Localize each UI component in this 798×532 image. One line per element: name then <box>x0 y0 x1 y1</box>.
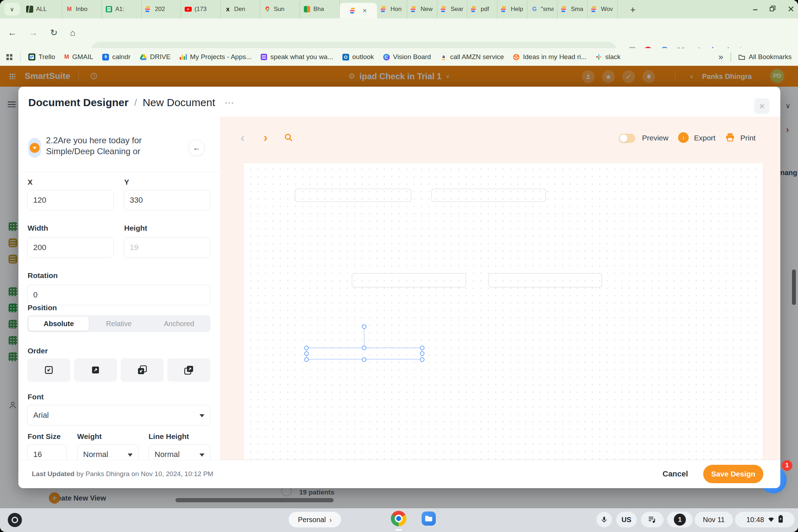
new-tab-button[interactable]: + <box>627 4 639 16</box>
bookmark-item[interactable]: DRIVE <box>140 53 170 61</box>
back-icon[interactable]: ← <box>8 28 17 38</box>
position-option-anchored[interactable]: Anchored <box>149 317 209 331</box>
notification-counter[interactable]: 1 <box>667 512 693 527</box>
more-options-icon[interactable]: ⋯ <box>224 97 234 109</box>
bookmark-item[interactable]: MGMAIL <box>64 53 93 61</box>
bookmark-item[interactable]: CVision Board <box>383 53 431 61</box>
keyboard-layout-chip[interactable]: US <box>616 512 637 527</box>
resize-handle[interactable] <box>420 357 424 362</box>
resize-handle[interactable] <box>304 357 309 362</box>
rotation-handle[interactable] <box>362 324 366 329</box>
browser-tab[interactable]: New <box>407 0 437 18</box>
bookmark-item[interactable]: Ideas in my Head ri... <box>513 53 586 61</box>
document-page[interactable] <box>243 163 763 460</box>
date-chip[interactable]: Nov 11 <box>695 512 733 527</box>
files-app-icon[interactable] <box>422 511 436 526</box>
width-input[interactable] <box>27 237 114 258</box>
apps-grid-icon[interactable] <box>6 54 12 60</box>
chrome-app-icon[interactable] <box>391 511 406 526</box>
bookmark-item[interactable]: acall AMZN service <box>440 53 504 61</box>
empty-field-placeholder[interactable] <box>431 189 546 202</box>
media-controls-icon[interactable] <box>641 512 664 527</box>
slack-icon <box>596 54 602 60</box>
rotation-input[interactable] <box>27 285 210 305</box>
y-input[interactable] <box>124 190 210 210</box>
cancel-button[interactable]: Cancel <box>663 469 688 479</box>
resize-handle[interactable] <box>420 351 424 356</box>
microphone-icon[interactable] <box>596 512 612 527</box>
browser-tab[interactable]: Bha <box>300 0 340 18</box>
bookmark-item[interactable]: speak what you wa... <box>261 53 333 61</box>
browser-tab[interactable]: Sun <box>260 0 300 18</box>
print-button[interactable]: Print <box>740 134 756 142</box>
browser-tab[interactable]: MInbo <box>62 0 102 18</box>
position-option-relative[interactable]: Relative <box>89 317 149 331</box>
personal-profile-chip[interactable]: Personal › <box>289 512 341 527</box>
browser-tab[interactable]: Help <box>497 0 527 18</box>
order-send-backward-button[interactable] <box>27 358 70 382</box>
youtube-favicon <box>185 6 192 13</box>
resize-handle[interactable] <box>304 351 309 356</box>
x-input[interactable] <box>27 190 114 210</box>
resize-handle[interactable] <box>362 357 366 362</box>
font-select[interactable]: Arial <box>27 405 210 426</box>
status-tray[interactable]: 10:48 <box>735 512 794 527</box>
home-icon[interactable]: ⌂ <box>70 28 75 38</box>
browser-tab[interactable]: A1: <box>102 0 141 18</box>
trello-icon <box>28 53 35 60</box>
reload-icon[interactable]: ↻ <box>50 28 58 38</box>
empty-field-placeholder[interactable] <box>352 273 466 288</box>
browser-tab[interactable]: ALL <box>23 0 62 18</box>
order-bring-to-front-button[interactable] <box>167 358 210 382</box>
tab-close-icon[interactable]: × <box>363 7 367 15</box>
close-icon[interactable]: × <box>754 98 770 114</box>
position-option-absolute[interactable]: Absolute <box>29 317 89 331</box>
window-minimize-icon[interactable]: – <box>753 4 758 14</box>
bookmark-item[interactable]: slack <box>596 53 620 61</box>
empty-field-placeholder[interactable] <box>295 189 411 202</box>
page-next-icon[interactable]: › <box>264 131 267 144</box>
screen-record-indicator-icon[interactable] <box>8 513 22 527</box>
bookmark-item[interactable]: 9calndr <box>102 53 131 61</box>
export-icon[interactable]: ↓ <box>678 132 689 143</box>
browser-tab[interactable]: pdf <box>467 0 497 18</box>
order-bring-forward-button[interactable] <box>74 358 117 382</box>
resize-handle[interactable] <box>362 346 366 350</box>
position-segmented-control: Absolute Relative Anchored <box>27 315 210 332</box>
browser-tab[interactable]: Sear <box>437 0 467 18</box>
browser-tab[interactable]: Wov <box>588 0 618 18</box>
height-input[interactable] <box>124 237 210 258</box>
page-prev-icon[interactable]: ‹ <box>241 131 244 144</box>
notes-purple-icon <box>261 54 267 60</box>
preview-toggle[interactable] <box>619 134 635 143</box>
folder-icon <box>738 54 745 60</box>
order-send-to-back-button[interactable] <box>121 358 164 382</box>
resize-handle[interactable] <box>304 346 309 350</box>
search-icon[interactable] <box>284 133 294 144</box>
browser-tab[interactable]: Sma <box>557 0 588 18</box>
browser-tab[interactable]: G"sma <box>527 0 557 18</box>
apps-script-icon <box>180 54 187 60</box>
browser-tab-active[interactable]: × <box>340 3 377 18</box>
bookmark-item[interactable]: My Projects - Apps... <box>180 53 251 61</box>
export-button[interactable]: Export <box>694 134 716 142</box>
save-design-button[interactable]: Save Design <box>703 465 763 483</box>
bookmark-item[interactable]: Trello <box>28 53 55 61</box>
width-label: Width <box>28 224 48 232</box>
browser-tab[interactable]: XDen <box>221 0 260 18</box>
forward-icon[interactable]: → <box>29 28 38 38</box>
browser-tab[interactable]: Hon <box>377 0 407 18</box>
all-bookmarks-button[interactable]: All Bookmarks <box>738 53 792 61</box>
window-restore-icon[interactable] <box>770 6 775 13</box>
tab-search-icon[interactable]: ∨ <box>4 3 20 16</box>
browser-tab[interactable]: 202 <box>141 0 181 18</box>
window-close-icon[interactable]: ✕ <box>787 4 794 14</box>
bookmark-item[interactable]: Ooutlook <box>342 53 374 61</box>
smartsuite-favicon <box>561 6 568 13</box>
back-button[interactable]: ← <box>189 140 205 156</box>
resize-handle[interactable] <box>420 346 424 350</box>
print-icon[interactable] <box>725 132 735 144</box>
bookmarks-overflow-icon[interactable]: » <box>718 52 723 62</box>
browser-tab[interactable]: (173 <box>181 0 221 18</box>
empty-field-placeholder[interactable] <box>488 273 602 288</box>
